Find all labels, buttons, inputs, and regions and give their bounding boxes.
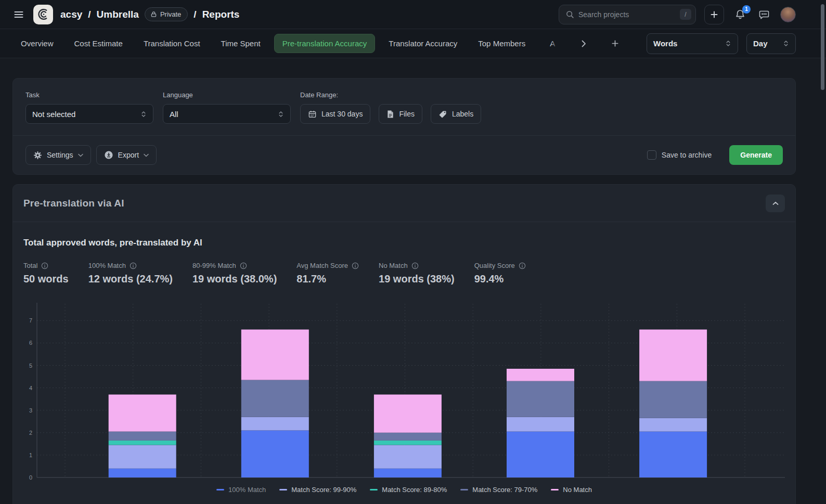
- bar-segment[interactable]: [109, 432, 176, 441]
- bar-segment[interactable]: [374, 469, 442, 477]
- plus-icon: [611, 40, 619, 47]
- collapse-panel-button[interactable]: [766, 195, 785, 212]
- bar-segment[interactable]: [109, 441, 176, 445]
- tab-translator-accuracy[interactable]: Translator Accuracy: [389, 39, 457, 48]
- legend-swatch: [370, 489, 378, 490]
- legend-item-99-90[interactable]: Match Score: 99-90%: [279, 486, 356, 494]
- info-icon[interactable]: [352, 262, 359, 269]
- task-label: Task: [25, 91, 153, 99]
- svg-text:3: 3: [29, 407, 32, 413]
- svg-text:1: 1: [29, 452, 32, 458]
- sort-arrows-icon: [783, 40, 789, 47]
- breadcrumb-org[interactable]: acsy: [60, 9, 82, 20]
- settings-dropdown-button[interactable]: Settings: [25, 145, 91, 165]
- tab-pre-translation-accuracy[interactable]: Pre-translation Accuracy: [274, 34, 376, 53]
- breadcrumb-project[interactable]: Umbrella: [97, 9, 139, 20]
- legend-swatch: [279, 489, 287, 490]
- tag-icon: [438, 110, 447, 119]
- notifications-button[interactable]: 1: [732, 7, 748, 22]
- export-dropdown-button[interactable]: Export: [96, 145, 157, 165]
- bar-segment[interactable]: [374, 395, 442, 433]
- info-icon[interactable]: [240, 262, 247, 269]
- bar-segment[interactable]: [639, 432, 707, 477]
- bar-segment[interactable]: [507, 417, 574, 432]
- legend-item-no-match[interactable]: No Match: [551, 486, 592, 494]
- info-icon[interactable]: [411, 262, 419, 269]
- bar-segment[interactable]: [639, 381, 707, 418]
- date-range-label: Date Range:: [300, 91, 481, 99]
- legend-item-79-70[interactable]: Match Score: 79-70%: [460, 486, 537, 494]
- top-bar: acsy / Umbrella Private / Reports /: [0, 0, 826, 29]
- info-icon[interactable]: [519, 262, 526, 269]
- legend-swatch: [551, 489, 559, 490]
- tab-translation-cost[interactable]: Translation Cost: [144, 39, 200, 48]
- sort-arrows-icon: [725, 40, 731, 47]
- bar-segment[interactable]: [374, 445, 442, 469]
- bar-segment[interactable]: [109, 469, 176, 477]
- files-filter-button[interactable]: Files: [379, 104, 422, 124]
- tab-time-spent[interactable]: Time Spent: [221, 39, 261, 48]
- svg-text:2: 2: [29, 430, 32, 436]
- stat-value: 81.7%: [296, 273, 359, 285]
- tab-overflow-truncated[interactable]: A: [546, 39, 559, 48]
- period-select[interactable]: Day: [746, 33, 796, 54]
- filters-row: Task Not selected Language All: [13, 79, 795, 135]
- info-icon[interactable]: [130, 262, 137, 269]
- tab-top-members[interactable]: Top Members: [478, 39, 525, 48]
- settings-label: Settings: [47, 151, 73, 159]
- app-logo[interactable]: [33, 5, 53, 24]
- task-select-value: Not selected: [32, 110, 75, 119]
- tab-fade-overlay: [550, 39, 559, 48]
- stat-value: 12 words (24.7%): [88, 273, 173, 285]
- date-range-buttons: Last 30 days Files: [300, 104, 481, 124]
- tabs-scroll-right-button[interactable]: [579, 38, 588, 49]
- chart-legend: 100% Match Match Score: 99-90% Match Sco…: [23, 486, 785, 494]
- stat-label: No Match: [379, 262, 408, 269]
- bar-segment[interactable]: [639, 418, 707, 432]
- report-tabs: Overview Cost Estimate Translation Cost …: [0, 29, 826, 58]
- labels-filter-label: Labels: [452, 110, 473, 118]
- bar-segment[interactable]: [374, 433, 442, 441]
- legend-item-89-80[interactable]: Match Score: 89-80%: [370, 486, 447, 494]
- bar-segment[interactable]: [109, 445, 176, 469]
- info-icon[interactable]: [41, 262, 48, 269]
- bar-segment[interactable]: [507, 432, 574, 477]
- bar-segment[interactable]: [241, 430, 309, 477]
- tab-cost-estimate[interactable]: Cost Estimate: [74, 39, 123, 48]
- bar-segment[interactable]: [639, 330, 707, 381]
- date-range-button[interactable]: Last 30 days: [300, 104, 370, 124]
- tab-overview[interactable]: Overview: [21, 39, 54, 48]
- language-select[interactable]: All: [163, 104, 291, 124]
- period-select-value: Day: [753, 39, 768, 48]
- bar-segment[interactable]: [507, 369, 574, 381]
- bar-segment[interactable]: [241, 417, 309, 431]
- messages-button[interactable]: [756, 7, 772, 22]
- create-project-button[interactable]: [704, 5, 724, 24]
- save-to-archive-checkbox[interactable]: [647, 150, 656, 160]
- bar-segment[interactable]: [109, 395, 176, 432]
- breadcrumb: acsy / Umbrella Private / Reports: [60, 7, 239, 21]
- file-icon: [386, 110, 394, 119]
- search-box[interactable]: /: [559, 5, 696, 24]
- stat-label: 80-99% Match: [192, 262, 236, 269]
- search-input[interactable]: [578, 10, 676, 19]
- stat-label: 100% Match: [88, 262, 126, 269]
- generate-button[interactable]: Generate: [729, 145, 783, 165]
- search-shortcut-hint: /: [680, 9, 691, 20]
- stat-value: 99.4%: [474, 273, 526, 285]
- stat-value: 19 words (38%): [379, 273, 455, 285]
- bar-segment[interactable]: [374, 441, 442, 445]
- legend-swatch: [216, 489, 224, 490]
- units-select[interactable]: Words: [647, 33, 738, 54]
- bar-segment[interactable]: [507, 381, 574, 417]
- user-avatar[interactable]: [780, 7, 796, 22]
- hamburger-menu-button[interactable]: [11, 7, 26, 22]
- vertical-scrollbar-thumb[interactable]: [821, 4, 824, 90]
- add-report-tab-button[interactable]: [609, 37, 621, 49]
- legend-item-100-match[interactable]: 100% Match: [216, 486, 266, 494]
- bar-segment[interactable]: [241, 380, 309, 417]
- labels-filter-button[interactable]: Labels: [431, 104, 481, 124]
- bar-segment[interactable]: [241, 330, 309, 380]
- top-bar-actions: / 1: [559, 5, 796, 24]
- task-select[interactable]: Not selected: [25, 104, 153, 124]
